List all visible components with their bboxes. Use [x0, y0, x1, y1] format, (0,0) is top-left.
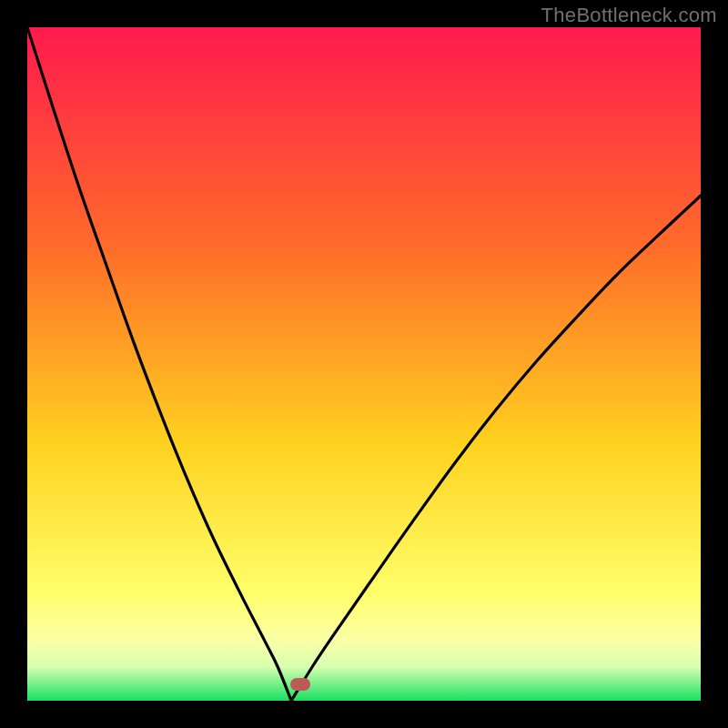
- bottleneck-curve: [27, 27, 701, 701]
- chart-frame: TheBottleneck.com: [0, 0, 728, 728]
- watermark-text: TheBottleneck.com: [541, 4, 717, 27]
- optimal-point-marker: [290, 678, 310, 691]
- plot-area: [27, 27, 701, 701]
